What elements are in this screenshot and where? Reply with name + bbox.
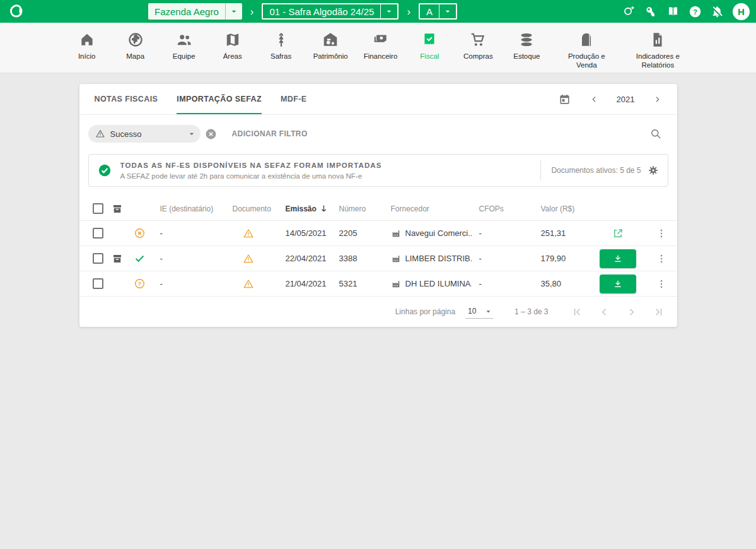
cell-valor: 251,31 (533, 228, 590, 238)
notifications-off-icon[interactable] (711, 5, 724, 18)
nav-item-safras[interactable]: Safras (265, 32, 298, 61)
banner-title: TODAS AS NF-ES DISPONÍVEIS NA SEFAZ FORA… (120, 162, 382, 169)
nav-item-equipe[interactable]: Equipe (168, 32, 201, 61)
cell-cfops: - (472, 228, 533, 238)
row-menu-icon[interactable] (656, 278, 667, 290)
breadcrumb-chevron: › (407, 6, 410, 17)
header-ie[interactable]: IE (destinatário) (153, 204, 225, 213)
next-year-icon[interactable] (653, 95, 662, 104)
cell-emissao: 22/04/2021 (278, 254, 332, 263)
nav-item-label: Patrimônio (313, 52, 348, 61)
first-page-icon[interactable] (571, 306, 583, 318)
knowledge-book-icon[interactable] (666, 5, 680, 18)
tab-importacao-sefaz[interactable]: IMPORTAÇÃO SEFAZ (177, 84, 262, 114)
stack-icon (518, 32, 535, 48)
aegro-logo-icon[interactable] (8, 3, 25, 20)
open-in-new-icon[interactable] (612, 228, 624, 239)
nav-item-areas[interactable]: Áreas (216, 32, 249, 61)
header-documento[interactable]: Documento (225, 204, 278, 213)
import-status-banner: TODAS AS NF-ES DISPONÍVEIS NA SEFAZ FORA… (88, 154, 668, 187)
svg-text:?: ? (138, 281, 141, 287)
search-icon[interactable] (649, 127, 662, 140)
avatar[interactable]: H (733, 3, 750, 20)
people-icon (176, 32, 192, 48)
year-navigator: 2021 (559, 93, 662, 105)
row-checkbox[interactable] (93, 253, 103, 264)
cell-cfops: - (472, 279, 533, 288)
nav-item-label: Fiscal (420, 52, 439, 61)
cell-fornecedor: DH LED ILUMINA... (383, 279, 472, 289)
farm-selector[interactable]: Fazenda Aegro (148, 3, 242, 20)
cell-emissao: 14/05/2021 (278, 228, 332, 238)
gear-icon[interactable] (648, 165, 659, 176)
nav-item-mapa[interactable]: Mapa (119, 32, 152, 61)
farm-selector-label: Fazenda Aegro (148, 6, 225, 17)
cell-ie: - (153, 254, 225, 263)
factory-icon (391, 228, 401, 239)
report-icon (649, 32, 666, 48)
topbar: Fazenda Aegro › 01 - Safra Algodão 24/25… (0, 0, 756, 23)
document-warning-icon[interactable] (243, 253, 254, 264)
archived-icon (112, 253, 123, 264)
nav-item-financeiro[interactable]: Financeiro (364, 32, 398, 61)
row-checkbox[interactable] (93, 228, 103, 239)
clear-filter-icon[interactable] (205, 128, 217, 140)
chevron-down-icon (384, 6, 394, 16)
svg-text:?: ? (693, 8, 697, 15)
nav-item-compras[interactable]: Compras (462, 32, 494, 61)
row-checkbox[interactable] (93, 278, 103, 289)
nav-item-label: Produção e Venda (559, 52, 614, 70)
header-fornecedor[interactable]: Fornecedor (383, 204, 472, 213)
select-all-checkbox[interactable] (93, 203, 103, 214)
table-row: -14/05/20212205Navegui Comerci...-251,31 (79, 221, 677, 246)
tab-mdf-e[interactable]: MDF-E (281, 84, 307, 114)
table-row: ?-21/04/20215321DH LED ILUMINA...-35,80 (79, 271, 677, 297)
success-check-icon (98, 163, 112, 177)
download-icon (613, 254, 623, 264)
status-unknown-icon: ? (134, 278, 146, 290)
nav-item-label: Equipe (173, 52, 195, 61)
nav-item-label: Mapa (126, 52, 144, 61)
help-icon[interactable]: ? (689, 5, 702, 18)
row-menu-icon[interactable] (656, 253, 667, 264)
nav-item-producao-e-venda[interactable]: Produção e Venda (559, 32, 614, 70)
factory-icon (391, 279, 401, 289)
table-body: -14/05/20212205Navegui Comerci...-251,31… (79, 221, 677, 297)
pagination-range: 1 – 3 de 3 (515, 307, 548, 316)
calendar-icon[interactable] (559, 93, 571, 105)
last-page-icon[interactable] (653, 306, 665, 318)
filter-chip-label: Sucesso (110, 129, 187, 139)
next-page-icon[interactable] (625, 306, 637, 318)
nav-item-inicio[interactable]: Início (71, 32, 103, 61)
document-warning-icon[interactable] (243, 278, 254, 290)
key-icon[interactable] (644, 5, 658, 18)
cell-numero: 3388 (332, 254, 383, 263)
cell-cfops: - (472, 254, 533, 263)
download-button[interactable] (600, 249, 636, 268)
invite-icon[interactable] (622, 5, 636, 18)
nav-item-estoque[interactable]: Estoque (510, 32, 543, 61)
tab-notas-fiscais[interactable]: NOTAS FISCAIS (95, 84, 158, 114)
header-cfops[interactable]: CFOPs (472, 204, 533, 213)
previous-page-icon[interactable] (598, 306, 610, 318)
filter-chip-status[interactable]: Sucesso (88, 125, 201, 143)
harvest-selector[interactable]: 01 - Safra Algodão 24/25 (262, 3, 398, 20)
field-selector-label: A (420, 6, 439, 17)
cell-numero: 5321 (332, 279, 383, 288)
header-valor[interactable]: Valor (R$) (533, 204, 590, 213)
nav-item-label: Financeiro (364, 52, 398, 61)
nav-item-patrimonio[interactable]: Patrimônio (313, 32, 348, 61)
sort-descending-icon (319, 204, 329, 213)
add-filter-button[interactable]: ADICIONAR FILTRO (232, 129, 308, 138)
cell-ie: - (153, 228, 225, 238)
header-numero[interactable]: Número (332, 204, 383, 213)
document-warning-icon[interactable] (243, 228, 254, 239)
nav-item-fiscal[interactable]: Fiscal (413, 32, 446, 61)
header-emissao[interactable]: Emissão (278, 204, 332, 213)
download-button[interactable] (600, 274, 636, 293)
row-menu-icon[interactable] (656, 228, 667, 239)
previous-year-icon[interactable] (590, 95, 599, 104)
nav-item-indicadores-e-relatorios[interactable]: Indicadores e Relatórios (630, 32, 685, 70)
rows-per-page-select[interactable]: 10 (465, 305, 493, 319)
field-selector[interactable]: A (419, 3, 457, 20)
